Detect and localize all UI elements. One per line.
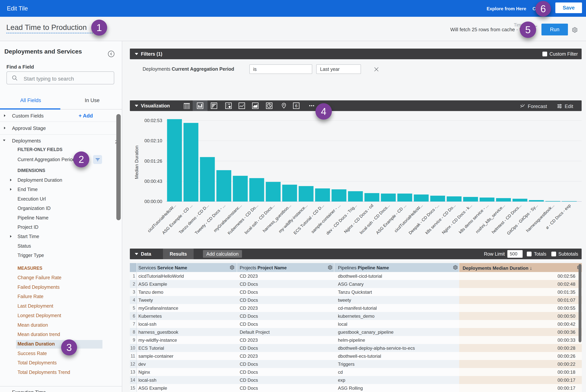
svg-text:k8s demo service - ...: k8s demo service - ... — [458, 203, 490, 235]
svg-text:cicdTutorialHelloW...: cicdTutorialHelloW... — [393, 203, 424, 233]
svg-text:harness_guestboo...: harness_guestboo... — [262, 203, 292, 233]
svg-text:GitOps - GitOps - Sy...: GitOps - GitOps - Sy... — [506, 203, 539, 236]
svg-text:local-ssh - CD Docs...: local-ssh - CD Docs... — [359, 203, 391, 235]
svg-text:myGrafanaInstanc...: myGrafanaInstanc... — [213, 203, 243, 233]
svg-text:Kubernetes - CD Do...: Kubernetes - CD Do... — [227, 203, 259, 236]
svg-text:Median Duration: Median Duration — [134, 146, 139, 179]
svg-text:cicdTutorialHelloW...: cicdTutorialHelloW... — [147, 203, 177, 233]
svg-text:ASG Example - CD ...: ASG Example - CD ... — [161, 203, 193, 235]
svg-text:6: 6 — [295, 104, 297, 108]
svg-text:Deepak - CD Docs -...: Deepak - CD Docs -... — [408, 203, 440, 236]
svg-text:ASG Example - CD ...: ASG Example - CD ... — [375, 203, 407, 235]
svg-text:ECS Tutorial - CD D...: ECS Tutorial - CD D... — [293, 203, 325, 236]
svg-text:00:00:00: 00:00:00 — [144, 199, 162, 204]
svg-text:my-wildfly-instance...: my-wildfly-instance... — [278, 203, 308, 234]
svg-text:00:02:10: 00:02:10 — [144, 138, 162, 143]
svg-text:Nginx - CD Docs - cd: Nginx - CD Docs - cd — [343, 203, 374, 234]
svg-text:Tweety - CD Docs - ...: Tweety - CD Docs - ... — [194, 203, 226, 236]
svg-text:sample-container - ...: sample-container - ... — [310, 203, 341, 234]
svg-text:00:00:43: 00:00:43 — [144, 179, 162, 184]
svg-text:00:01:26: 00:01:26 — [144, 158, 162, 164]
svg-text:00:02:53: 00:02:53 — [144, 118, 162, 123]
svg-text:local-ssh - CD Docs...: local-ssh - CD Docs... — [243, 203, 275, 235]
svg-text:roshni_k8s_service...: roshni_k8s_service... — [475, 203, 506, 234]
svg-text:k8s service - CD Do...: k8s service - CD Do... — [424, 203, 457, 235]
svg-text:harnessguestbook...: harnessguestbook... — [525, 203, 555, 233]
svg-text:Tanzu demo - CD D...: Tanzu demo - CD D... — [178, 203, 210, 235]
svg-text:Nginx - CD Docs - k...: Nginx - CD Docs - k... — [441, 203, 473, 235]
svg-text:dev - CD Docs - Trig...: dev - CD Docs - Trig... — [325, 203, 358, 236]
svg-text:helmtest - CD Docs...: helmtest - CD Docs... — [491, 203, 522, 234]
